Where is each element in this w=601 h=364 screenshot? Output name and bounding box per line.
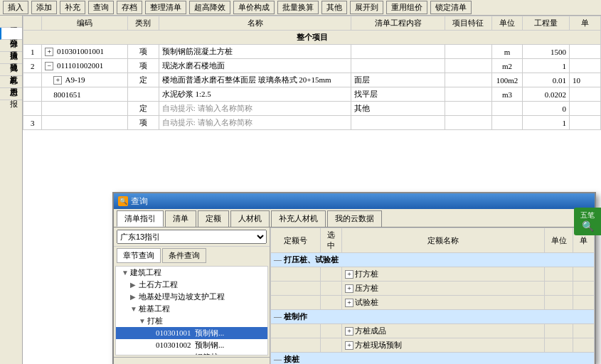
reuse-btn[interactable]: 重用组价 bbox=[386, 1, 427, 14]
lock-btn[interactable]: 锁定清单 bbox=[430, 1, 472, 14]
row-qty[interactable]: 1500 bbox=[523, 45, 570, 59]
sidebar-item-report[interactable]: 报 bbox=[0, 88, 22, 100]
subcategory-row[interactable]: +方桩成品 bbox=[271, 324, 595, 338]
row-qty[interactable]: 0.0202 bbox=[523, 87, 570, 102]
search-tab-chapter[interactable]: 章节查询 bbox=[117, 248, 161, 263]
supplement-btn[interactable]: 补充 bbox=[60, 1, 85, 14]
other-btn[interactable]: 其他 bbox=[321, 1, 347, 14]
plus-icon[interactable]: + bbox=[345, 327, 353, 336]
dialog-tabs: 清单指引 清单 定额 人材机 补充人材机 我的云数据 bbox=[114, 209, 595, 228]
tree-item-code3[interactable]: 010301003 钢管桩... bbox=[116, 351, 267, 355]
sidebar-item-cost[interactable]: 费用汇总 bbox=[0, 76, 22, 88]
add-btn[interactable]: 添加 bbox=[31, 1, 57, 14]
expand-icon[interactable]: ▼ bbox=[130, 305, 139, 313]
tab-dinge[interactable]: 定额 bbox=[198, 210, 229, 227]
subcategory-row[interactable]: +试验桩 bbox=[271, 296, 595, 310]
subcategory-row[interactable]: +压方桩 bbox=[271, 282, 595, 296]
row-code[interactable] bbox=[42, 102, 128, 116]
row-name[interactable]: 自动提示: 请输入名称简称 bbox=[159, 102, 351, 116]
row-type: 项 bbox=[127, 116, 159, 130]
sidebar-item-other[interactable]: 其他项目 bbox=[0, 52, 22, 64]
sidebar-item-measures[interactable]: 措施项目 bbox=[0, 40, 22, 52]
tree-item-code2[interactable]: 010301002 预制钢... bbox=[116, 339, 267, 351]
row-code[interactable]: + A9-19 bbox=[42, 73, 128, 87]
tree-item-zhuanji[interactable]: ▼桩基工程 bbox=[116, 303, 267, 315]
subcategory-row[interactable]: +方桩现场预制 bbox=[271, 338, 595, 353]
row-feature bbox=[445, 87, 492, 102]
table-row[interactable]: 2 − 011101002001 项 现浇水磨石楼地面 m2 1 bbox=[23, 59, 601, 73]
row-code[interactable] bbox=[42, 116, 128, 130]
row-qty[interactable]: 0.01 bbox=[523, 73, 570, 87]
row-qty[interactable]: 1 bbox=[523, 116, 570, 130]
tree-item-tushi[interactable]: ▶土石方工程 bbox=[116, 279, 267, 291]
horizontal-scrollbar[interactable] bbox=[114, 357, 270, 364]
tab-qingdan-zhiyin[interactable]: 清单指引 bbox=[117, 210, 164, 227]
table-row[interactable]: 3 项 自动提示: 请输入名称简称 1 bbox=[23, 116, 601, 130]
table-row[interactable]: 1 + 010301001001 项 预制钢筋混凝土方桩 m 1500 bbox=[23, 45, 601, 59]
expand-icon[interactable]: ▼ bbox=[122, 269, 130, 277]
expand-icon[interactable]: + bbox=[45, 48, 53, 56]
row-qty[interactable]: 0 bbox=[523, 102, 570, 116]
row-name[interactable]: 水泥砂浆 1:2.5 bbox=[159, 87, 351, 102]
insert-btn[interactable]: 插入 bbox=[3, 1, 28, 14]
expand-btn[interactable]: 展开到 bbox=[350, 1, 383, 14]
quota-name-cell: +打方桩 bbox=[342, 267, 545, 282]
price-btn[interactable]: 单价构成 bbox=[233, 1, 275, 14]
sidebar-item-sections[interactable]: 分部分项 bbox=[0, 28, 22, 40]
tab-cloud[interactable]: 我的云数据 bbox=[327, 210, 382, 227]
category-label: — 接桩 bbox=[271, 353, 595, 365]
quota-name-cell: +压方桩 bbox=[342, 282, 545, 296]
category-row: — 接桩 bbox=[271, 353, 595, 365]
tree-item-dazhuang[interactable]: ▼打桩 bbox=[116, 315, 267, 327]
expand-icon[interactable]: ▶ bbox=[130, 293, 139, 301]
batch-btn[interactable]: 批量换算 bbox=[277, 1, 319, 14]
table-row[interactable]: + A9-19 定 楼地面普通水磨石整体面层 玻璃条格式 20+15mm 面层 … bbox=[23, 73, 601, 87]
search-tab-condition[interactable]: 条件查询 bbox=[162, 248, 206, 263]
sort-btn[interactable]: 整理清单 bbox=[145, 1, 186, 14]
subcategory-row[interactable]: +打方桩 bbox=[271, 267, 595, 282]
sidebar-item-overview[interactable]: 工程概况 bbox=[0, 16, 22, 28]
quota-name-cell: +方桩现场预制 bbox=[342, 338, 545, 353]
col-header-extra: 单 bbox=[570, 16, 601, 31]
row-code[interactable]: − 011101002001 bbox=[42, 59, 128, 73]
row-name[interactable]: 楼地面普通水磨石整体面层 玻璃条格式 20+15mm bbox=[159, 73, 351, 87]
col-selected: 选中 bbox=[321, 228, 342, 253]
plus-icon[interactable]: + bbox=[345, 299, 353, 307]
table-row[interactable]: 8001651 水泥砂浆 1:2.5 找平层 m3 0.0202 bbox=[23, 87, 601, 102]
row-qty[interactable]: 1 bbox=[523, 59, 570, 73]
row-unit bbox=[491, 116, 522, 130]
col-header-type: 类别 bbox=[127, 16, 159, 31]
tree-item-code1[interactable]: 010301001 预制钢... bbox=[116, 327, 267, 339]
expand-icon[interactable]: ▼ bbox=[139, 317, 147, 325]
tab-rencaiji[interactable]: 人材机 bbox=[230, 210, 270, 227]
query-btn[interactable]: 查询 bbox=[88, 1, 114, 14]
tree-area[interactable]: ▼建筑工程 ▶土石方工程 ▶地基处理与边坡支护工程 ▼桩基工程 ▼打桩 0103… bbox=[115, 266, 268, 355]
row-name[interactable]: 自动提示: 请输入名称简称 bbox=[159, 116, 351, 130]
row-code[interactable]: 8001651 bbox=[42, 87, 128, 102]
table-row[interactable]: 定 自动提示: 请输入名称简称 其他 0 bbox=[23, 102, 601, 116]
plus-icon[interactable]: + bbox=[345, 341, 353, 350]
expand-icon[interactable]: + bbox=[53, 76, 62, 85]
region-dropdown[interactable]: 广东13指引 bbox=[117, 230, 267, 244]
wubi-float-button[interactable]: 五笔 🔍 bbox=[574, 208, 601, 235]
row-name[interactable]: 预制钢筋混凝土方桩 bbox=[159, 45, 351, 59]
overhead-btn[interactable]: 超高降效 bbox=[189, 1, 230, 14]
archive-btn[interactable]: 存档 bbox=[117, 1, 142, 14]
tree-item-diji[interactable]: ▶地基处理与边坡支护工程 bbox=[116, 291, 267, 303]
expand-icon bbox=[147, 329, 156, 337]
quota-cell bbox=[271, 296, 321, 310]
expand-icon[interactable]: − bbox=[45, 62, 53, 70]
plus-icon[interactable]: + bbox=[345, 284, 353, 293]
quota-cell bbox=[271, 324, 321, 338]
sidebar-item-labor[interactable]: 人材机汇总 bbox=[0, 64, 22, 76]
dialog-left-toolbar: 广东13指引 bbox=[114, 228, 270, 247]
category-row: — 桩制作 bbox=[271, 310, 595, 324]
plus-icon[interactable]: + bbox=[345, 270, 353, 279]
tree-item-jianzhu[interactable]: ▼建筑工程 bbox=[116, 267, 267, 279]
row-name[interactable]: 现浇水磨石楼地面 bbox=[159, 59, 351, 73]
tab-qingdan[interactable]: 清单 bbox=[165, 210, 196, 227]
select-cell bbox=[321, 282, 342, 296]
row-code[interactable]: + 010301001001 bbox=[42, 45, 128, 59]
expand-icon[interactable]: ▶ bbox=[130, 281, 139, 289]
tab-supplement[interactable]: 补充人材机 bbox=[271, 210, 326, 227]
